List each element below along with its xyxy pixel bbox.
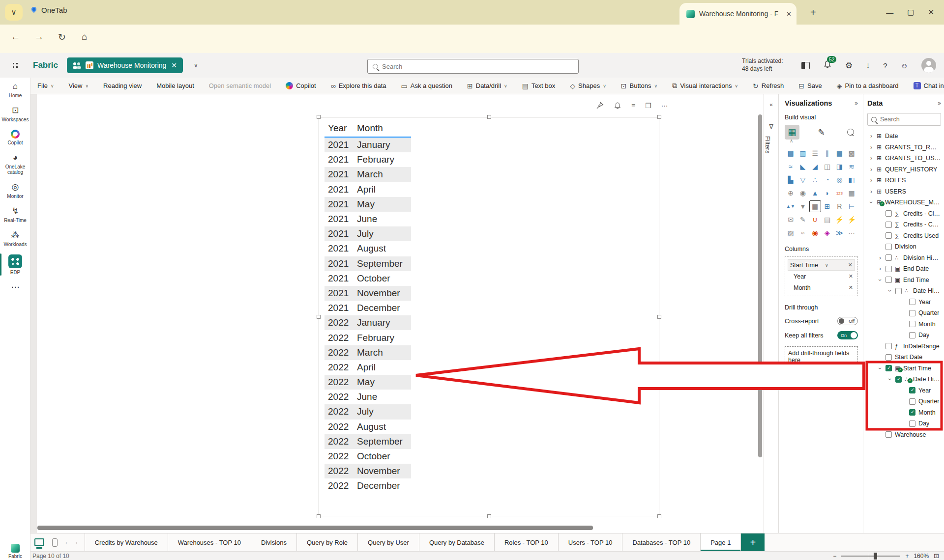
home-icon[interactable]: ⌂ [82,31,87,42]
new-tab-button[interactable]: + [810,7,816,18]
keep-all-filters-toggle[interactable]: On [837,331,858,339]
panel-toggle-icon[interactable] [801,62,810,69]
table-visual[interactable]: Year Month 2021 January 2021 February 20… [324,120,411,494]
expander-icon[interactable] [879,254,885,261]
rail-home[interactable]: ⌂ Home [0,78,30,102]
workspace-pill-close-icon[interactable]: ✕ [171,61,177,69]
columns-field-well[interactable]: Start Time ∨ ✕ Year ∨ ✕ Month ∨ ✕ [785,256,858,296]
page-tab[interactable]: Query by Database [419,533,494,551]
workspace-pill[interactable]: Warehouse Monitoring ✕ [67,57,183,73]
collapse-data-pane-icon[interactable]: » [938,100,941,107]
line-and-clustered-column-chart[interactable]: ◨ [833,161,845,172]
notifications-bell-icon[interactable]: 52 [823,60,832,71]
funnel-chart[interactable]: ▽ [797,174,809,186]
zoom-out-icon[interactable]: − [833,553,836,560]
rail-copilot[interactable]: Copilot [0,126,30,149]
gauge[interactable]: ◗ [822,187,833,199]
matrix[interactable]: ⊞ [822,200,833,212]
data-field-row[interactable]: ∑ Credits - Cloud ... [867,208,941,220]
open-semantic-model-button[interactable]: Open semantic model [209,82,271,89]
area-chart[interactable]: ◣ [797,161,809,172]
page-tab[interactable]: Users - TOP 10 [558,533,622,551]
data-field-row[interactable]: ⊞ USERS [867,186,941,197]
field-checkbox[interactable] [909,332,915,338]
collapse-visualizations-icon[interactable]: » [855,100,858,107]
browser-active-tab[interactable]: Warehouse Monitoring - F ✕ [679,3,796,25]
field-well-item[interactable]: Year ∨ ✕ [788,271,855,282]
page-tab[interactable]: Query by Role [296,533,357,551]
column-header-year[interactable]: Year [324,123,353,134]
analytics-tab[interactable] [843,125,858,140]
data-field-row[interactable]: Day [867,330,941,341]
expander-icon[interactable] [870,177,877,184]
download-icon[interactable]: ↓ [866,61,870,70]
data-field-row[interactable]: ⊞ Date [867,131,941,142]
resize-handle[interactable] [317,315,321,319]
rail-monitor[interactable]: ◎ Monitor [0,178,30,202]
shapes-menu[interactable]: ◇Shapes∨ [570,82,606,90]
data-field-row[interactable]: Quarter [867,396,941,407]
global-search-input[interactable] [382,63,573,70]
expander-icon[interactable] [879,277,885,283]
clustered-column-chart[interactable]: ∥ [822,147,833,159]
resize-handle[interactable] [657,115,661,119]
zoom-in-icon[interactable]: + [905,553,909,560]
data-field-row[interactable]: ⊞ GRANTS_TO_ROLES [867,142,941,153]
card-new[interactable]: 123 [833,187,845,199]
data-field-row[interactable]: Month [867,319,941,330]
field-checkbox[interactable] [885,210,892,217]
chat-in-teams-button[interactable]: TChat in Teams [914,82,944,89]
field-checkbox[interactable] [885,244,892,250]
field-checkbox[interactable] [885,365,892,371]
data-field-row[interactable]: ⊞ ROLES [867,175,941,186]
data-field-row[interactable]: ∑ Credits Used [867,230,941,242]
reading-view-button[interactable]: Reading view [103,82,142,89]
data-field-row[interactable]: ⊞ QUERY_HISTORY [867,164,941,175]
expander-icon[interactable] [870,133,877,140]
pie-chart[interactable]: ◔ [822,174,833,186]
fabric-home-logo[interactable]: Fabric [0,544,30,559]
key-influencers[interactable]: ∪ [809,214,821,225]
text-box-button[interactable]: ▤Text box [522,82,556,90]
cross-report-toggle[interactable]: Off [837,317,858,325]
field-checkbox[interactable] [885,277,892,283]
100-stacked-bar-chart[interactable]: ▦ [833,147,845,159]
data-field-row[interactable]: ∴ Date Hierarc... [867,285,941,297]
multi-row-card[interactable]: ▦ [846,187,857,199]
data-field-row[interactable]: ∑ Credits - Comp... [867,219,941,230]
arcgis-map[interactable]: ◉ [809,227,821,239]
app-launcher-icon[interactable] [12,62,19,69]
table[interactable]: ▦ [809,200,821,212]
resize-handle[interactable] [487,514,491,518]
desktop-view-icon[interactable] [34,538,44,546]
buttons-menu[interactable]: ⊡Buttons∨ [621,82,657,90]
account-avatar[interactable] [921,58,936,73]
data-search-input[interactable] [880,116,937,123]
window-minimize-button[interactable]: — [886,8,893,17]
expander-icon[interactable] [870,144,877,151]
field-checkbox[interactable] [909,299,915,305]
azure-map[interactable]: ▲ [809,187,821,199]
resize-handle[interactable] [657,315,661,319]
page-tab[interactable]: Roles - TOP 10 [494,533,558,551]
line-chart[interactable]: ≈ [785,161,796,172]
kpi[interactable]: ▲▼ [785,200,796,212]
copilot-button[interactable]: Copilot [286,82,316,89]
remove-field-icon[interactable]: ✕ [849,284,853,291]
data-field-row[interactable]: Division [867,241,941,252]
rail-edp[interactable]: EDP [0,251,30,279]
fit-to-page-icon[interactable]: ⊡ [934,552,939,560]
rail-more[interactable]: ⋯ [0,279,30,297]
tab-close-icon[interactable]: ✕ [786,10,792,18]
stacked-column-chart[interactable]: ▥ [797,147,809,159]
feedback-icon[interactable]: ☺ [901,61,908,70]
data-field-row[interactable]: ▣ End Time [867,275,941,286]
decomposition-tree[interactable]: ⊢ [846,200,857,212]
power-automate-flow[interactable]: ≫ [833,227,845,239]
data-search-box[interactable] [867,113,941,126]
donut-chart[interactable]: ◎ [833,174,845,186]
map[interactable]: ⊕ [785,187,796,199]
data-field-row[interactable]: Quarter [867,308,941,319]
help-icon[interactable]: ? [883,61,887,70]
html-viewer[interactable]: ‹/› [797,227,809,239]
